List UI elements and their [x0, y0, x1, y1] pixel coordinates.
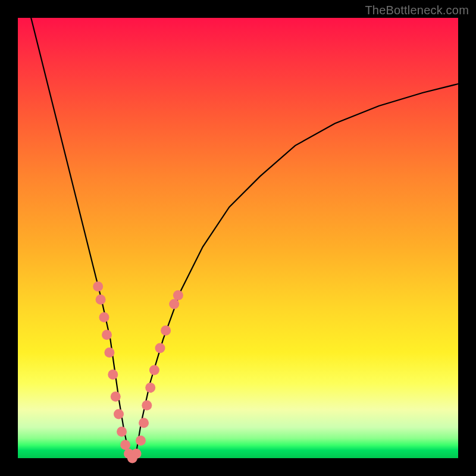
marker-dot	[96, 295, 106, 305]
plot-area	[18, 18, 458, 458]
marker-dot	[145, 383, 155, 393]
bottleneck-curve-svg	[18, 18, 458, 458]
marker-dot	[161, 325, 171, 336]
marker-dot	[139, 418, 149, 428]
marker-dot	[149, 365, 159, 375]
marker-dot	[131, 449, 142, 459]
bottleneck-curve	[31, 18, 458, 458]
marker-dot	[102, 330, 112, 340]
marker-dot	[104, 347, 114, 358]
chart-frame: TheBottleneck.com	[0, 0, 476, 476]
marker-dot	[114, 409, 124, 419]
marker-dot	[173, 290, 183, 300]
marker-dot	[120, 440, 130, 450]
marker-dot	[155, 343, 165, 353]
marker-dot	[117, 427, 127, 437]
marker-dot	[169, 299, 179, 309]
watermark-text: TheBottleneck.com	[365, 4, 469, 17]
marker-dot	[108, 369, 118, 380]
marker-dot	[93, 281, 103, 292]
marker-dot	[111, 392, 121, 402]
curve-markers	[93, 281, 183, 464]
marker-dot	[136, 436, 146, 446]
marker-dot	[142, 400, 152, 411]
marker-dot	[99, 312, 109, 322]
